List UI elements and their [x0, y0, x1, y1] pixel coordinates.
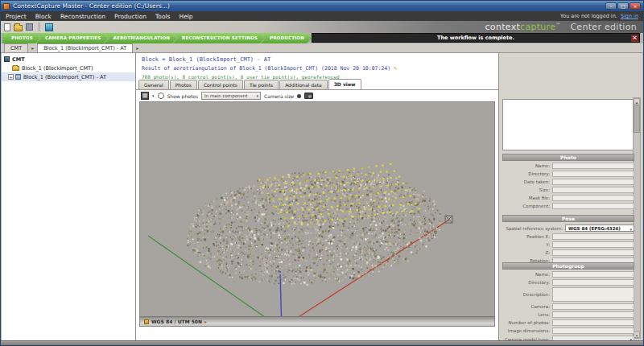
camera-size-label: Camera size [264, 93, 294, 99]
menu-tools[interactable]: Tools [155, 13, 170, 20]
pose-srs-combobox[interactable]: WGS 84 (EPSG:4326) [565, 224, 634, 232]
pose-position-x-field[interactable] [552, 233, 634, 240]
photo-directory-field[interactable] [552, 171, 634, 177]
tab-block-at[interactable]: Block_1 (BlockImport_CMT) - AT [37, 43, 133, 52]
menu-reconstruction[interactable]: Reconstruction [60, 13, 105, 20]
photo-name-field[interactable] [552, 163, 634, 169]
sign-in-link[interactable]: Sign in [621, 13, 638, 19]
window-title: ContextCapture Master - Center edition (… [13, 2, 170, 10]
menu-block[interactable]: Block [35, 13, 52, 20]
tab-arrow-left-icon[interactable]: ▸ [30, 43, 35, 52]
pose-position-y-label: Y: [502, 242, 552, 247]
photogroup-lens-field[interactable] [552, 311, 634, 318]
camera-size-slider[interactable] [297, 94, 301, 98]
camera-icon[interactable] [304, 93, 313, 99]
reset-view-icon[interactable] [158, 93, 164, 99]
workflow-step-photos[interactable]: PHOTOS [2, 33, 40, 43]
photogroup-number-of-photos-label: Number of photos: [502, 320, 552, 325]
menu-project[interactable]: Project [6, 13, 27, 20]
workflow-step-production[interactable]: PRODUCTION [261, 33, 312, 43]
workflow-step-camera-properties[interactable]: CAMERA PROPERTIES [36, 33, 109, 43]
close-button[interactable]: × [630, 2, 641, 10]
photogroup-section: Photogroup Name: Directory: Description:… [502, 262, 634, 343]
toolbar-separator [39, 23, 39, 31]
srs-bar-arrow-icon: ▸ [204, 319, 207, 324]
tab-photos[interactable]: Photos [170, 80, 197, 89]
display-mode-dropdown-icon[interactable]: ▾ [152, 93, 155, 98]
app-window: ContextCapture Master - Center edition (… [0, 0, 644, 346]
expander-plus-icon[interactable]: + [8, 74, 14, 80]
pose-section-header: Pose [502, 215, 634, 222]
open-project-icon[interactable] [14, 25, 23, 31]
tab-arrow-right-icon[interactable]: ▸ [134, 43, 140, 52]
scroll-thumb[interactable] [634, 105, 640, 133]
tab-general[interactable]: General [138, 80, 169, 89]
photo-component-field[interactable] [552, 203, 634, 209]
photo-date-taken-field[interactable] [552, 179, 634, 185]
photogroup-description-field[interactable] [552, 287, 634, 302]
banner-close-icon[interactable]: × [631, 35, 638, 42]
view-icon[interactable] [45, 23, 53, 31]
block-subtitle-text: Result of aerotriangulation of Block_1 (… [142, 65, 390, 72]
photo-section-header: Photo [502, 154, 634, 161]
brand-logo: contextcapture™ Center edition [485, 22, 644, 32]
pose-srs-label: Spatial reference system: [502, 226, 565, 231]
banner-text: The workflow is complete. [437, 35, 514, 41]
srs-bar-label: WGS 84 / UTM 50N [151, 319, 202, 324]
menu-production[interactable]: Production [114, 13, 147, 20]
window-footer [1, 340, 643, 345]
pose-position-z-field[interactable] [552, 249, 634, 256]
point-cloud-canvas [140, 102, 495, 318]
inspector-panel: ▴ ▾ Photo Name: Directory: Date taken: S… [498, 53, 642, 340]
photogroup-name-label: Name: [502, 272, 552, 277]
document-tabstrip: CMT ▸ Block_1 (BlockImport_CMT) - AT ▸ [1, 43, 643, 53]
block-tabs: General Photos Control points Tie points… [136, 80, 498, 90]
project-tree-panel: CMT Block_1 (BlockImport_CMT) + Block_1 … [2, 53, 136, 340]
pose-position-z-label: Z: [502, 250, 552, 255]
photogroup-number-of-photos-field[interactable] [552, 319, 634, 326]
workflow-step-aerotriangulation[interactable]: AEROTRIANGULATION [104, 33, 177, 43]
component-select[interactable]: In main component [201, 92, 261, 100]
tab-tie-points[interactable]: Tie points [244, 80, 279, 89]
menu-help[interactable]: Help [180, 13, 193, 20]
viewport-3d[interactable]: WGS 84 / UTM 50N ▸ [139, 101, 495, 327]
title-bar: ContextCapture Master - Center edition (… [1, 1, 643, 11]
srs-icon [144, 319, 149, 324]
photo-size-field[interactable] [552, 187, 634, 193]
photogroup-description-label: Description: [502, 292, 552, 297]
workflow-step-reconstruction-settings[interactable]: RECONSTRUCTION SETTINGS [173, 33, 265, 43]
display-mode-icon[interactable]: ▦ [141, 92, 149, 100]
tab-control-points[interactable]: Control points [198, 80, 243, 89]
block-grid-icon [15, 74, 21, 80]
photogroup-directory-field[interactable] [552, 279, 634, 286]
tree-root-cmt[interactable]: CMT [2, 55, 135, 64]
save-project-icon[interactable] [26, 23, 33, 31]
tree-item-block[interactable]: Block_1 (BlockImport_CMT) [2, 64, 135, 72]
tab-3d-view[interactable]: 3D view [328, 79, 361, 89]
photo-mask-file-field[interactable] [552, 195, 634, 201]
viewer-toolbar: ▦ ▾ Show photos In main component Camera… [136, 90, 498, 101]
photogroup-camera-field[interactable] [552, 303, 634, 310]
app-icon [3, 3, 10, 10]
photogroup-section-header: Photogroup [502, 262, 634, 270]
tab-project-cmt[interactable]: CMT [4, 43, 28, 52]
workflow-steps: PHOTOS CAMERA PROPERTIES AEROTRIANGULATI… [2, 33, 312, 43]
new-project-icon[interactable] [4, 23, 10, 31]
maximize-button[interactable]: ▢ [617, 2, 629, 10]
toolbar: contextcapture™ Center edition [1, 21, 643, 33]
photo-date-taken-label: Date taken: [502, 179, 552, 184]
workflow-row: PHOTOS CAMERA PROPERTIES AEROTRIANGULATI… [1, 33, 643, 43]
block-subtitle: Result of aerotriangulation of Block_1 (… [136, 63, 498, 72]
minimize-button[interactable]: – [605, 2, 617, 10]
pose-position-y-field[interactable] [552, 241, 634, 248]
scroll-up-icon[interactable]: ▴ [634, 98, 640, 105]
viewport-srs-bar[interactable]: WGS 84 / UTM 50N ▸ [140, 316, 494, 326]
edit-pencil-icon[interactable]: ✎ [394, 65, 397, 72]
tab-additional-data[interactable]: Additional data [279, 80, 328, 89]
scroll-down-icon[interactable]: ▾ [634, 332, 640, 338]
login-status: You are not logged in. [560, 13, 617, 19]
folder-icon [12, 66, 19, 71]
tree-item-block-at[interactable]: + Block_1 (BlockImport_CMT) - AT [2, 72, 135, 81]
photogroup-image-dimensions-field[interactable] [552, 327, 634, 334]
photogroup-name-field[interactable] [552, 271, 634, 278]
